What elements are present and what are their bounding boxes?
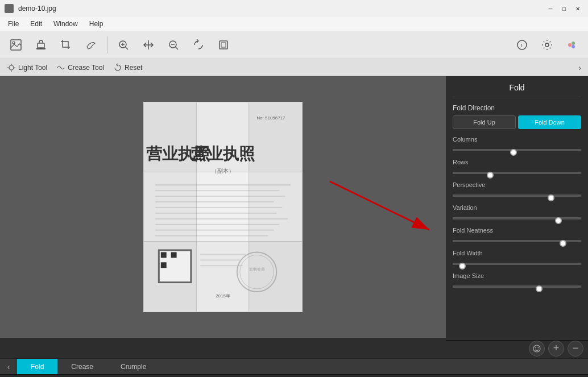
canvas-area[interactable]: 营业执照 营业执照 （副本） No: 51056717 <box>0 76 446 338</box>
light-tool[interactable]: Light Tool <box>7 63 47 72</box>
app-icon <box>5 4 14 13</box>
move-button[interactable] <box>137 34 160 56</box>
svg-point-18 <box>572 42 575 45</box>
variation-slider[interactable] <box>453 217 581 219</box>
menu-help[interactable]: Help <box>84 19 109 29</box>
svg-point-20 <box>9 65 14 70</box>
zoom-out-button[interactable] <box>162 34 185 56</box>
expand-button[interactable]: › <box>578 63 581 72</box>
menubar: File Edit Window Help <box>0 17 588 31</box>
menu-edit[interactable]: Edit <box>24 19 48 29</box>
svg-point-64 <box>538 347 539 348</box>
crease-tool[interactable]: Crease Tool <box>56 63 104 72</box>
svg-rect-51 <box>171 252 177 258</box>
fold-direction-section: Fold Direction Fold Up Fold Down <box>453 104 581 129</box>
restore-button[interactable]: □ <box>558 3 570 14</box>
rotate-button[interactable] <box>187 34 210 56</box>
rows-slider[interactable] <box>453 172 581 174</box>
svg-rect-44 <box>155 218 288 219</box>
image-size-label: Image Size <box>453 272 581 279</box>
fold-up-button[interactable]: Fold Up <box>453 115 516 129</box>
svg-rect-13 <box>221 43 226 47</box>
svg-rect-46 <box>155 230 274 231</box>
svg-rect-42 <box>155 207 282 208</box>
perspective-slider[interactable] <box>453 194 581 197</box>
fold-neatness-slider[interactable] <box>453 240 581 242</box>
close-button[interactable]: ✕ <box>572 3 583 14</box>
svg-text:营业执照: 营业执照 <box>191 145 255 163</box>
svg-point-19 <box>572 45 575 48</box>
svg-line-10 <box>176 47 179 49</box>
zoom-in-button[interactable] <box>112 34 135 56</box>
svg-text:2015年: 2015年 <box>216 293 230 299</box>
tab-crease[interactable]: Crease <box>57 359 107 375</box>
svg-rect-39 <box>155 190 279 191</box>
settings-button[interactable] <box>536 34 558 56</box>
minimize-button[interactable]: ─ <box>545 3 556 14</box>
remove-button[interactable]: − <box>568 341 583 357</box>
fold-width-slider[interactable] <box>453 263 581 265</box>
svg-point-63 <box>535 347 536 348</box>
svg-rect-2 <box>38 43 44 48</box>
columns-label: Columns <box>453 136 581 143</box>
menu-file[interactable]: File <box>2 19 24 29</box>
titlebar: demo-10.jpg ─ □ ✕ <box>0 0 588 17</box>
columns-slider[interactable] <box>453 149 581 151</box>
window-controls: ─ □ ✕ <box>545 3 583 14</box>
svg-point-4 <box>93 42 94 43</box>
tab-crumple[interactable]: Crumple <box>107 359 160 375</box>
fit-button[interactable] <box>212 34 235 56</box>
bottom-section: + − ‹ Fold Crease Crumple Fold 01 Fold 0… <box>0 338 588 377</box>
stamp-tool-button[interactable] <box>30 34 52 56</box>
svg-text:监制签章: 监制签章 <box>249 267 265 271</box>
svg-line-6 <box>126 47 129 49</box>
reset-tool[interactable]: Reset <box>113 63 142 72</box>
fold-down-button[interactable]: Fold Down <box>518 115 581 129</box>
svg-rect-57 <box>200 259 240 260</box>
svg-rect-56 <box>200 254 245 255</box>
svg-rect-41 <box>155 201 274 202</box>
columns-row: Columns <box>453 136 581 153</box>
svg-point-62 <box>533 345 540 352</box>
document-svg: 营业执照 营业执照 （副本） No: 51056717 <box>144 102 302 312</box>
document-image: 营业执照 营业执照 （副本） No: 51056717 <box>143 102 303 312</box>
svg-rect-0 <box>11 40 21 50</box>
tabs-chevron[interactable]: ‹ <box>0 359 17 375</box>
panel-actions: + − <box>446 340 588 357</box>
svg-point-1 <box>13 42 15 44</box>
svg-rect-50 <box>161 252 167 258</box>
svg-rect-3 <box>36 48 45 49</box>
light-tool-label: Light Tool <box>18 64 47 72</box>
image-tool-button[interactable] <box>5 34 27 56</box>
panel-title: Fold <box>453 83 581 97</box>
add-button[interactable]: + <box>548 341 564 357</box>
svg-text:（副本）: （副本） <box>212 168 234 174</box>
effects-button[interactable] <box>561 34 583 56</box>
main-area: 营业执照 营业执照 （副本） No: 51056717 <box>0 76 588 338</box>
svg-rect-43 <box>155 213 276 214</box>
tab-fold[interactable]: Fold <box>17 359 57 375</box>
toolbar: i <box>0 31 588 59</box>
svg-rect-58 <box>200 265 242 266</box>
svg-text:i: i <box>521 42 523 48</box>
menu-window[interactable]: Window <box>48 19 84 29</box>
rows-row: Rows <box>453 159 581 176</box>
right-panel: Fold Fold Direction Fold Up Fold Down Co… <box>446 76 588 338</box>
svg-rect-52 <box>161 262 167 268</box>
svg-point-16 <box>545 43 549 47</box>
crop-tool-button[interactable] <box>55 34 77 56</box>
reset-label: Reset <box>125 64 142 72</box>
smiley-button[interactable] <box>529 341 545 357</box>
fold-width-row: Fold Width <box>453 250 581 267</box>
svg-rect-45 <box>155 224 279 225</box>
window-title: demo-10.jpg <box>18 5 540 13</box>
image-size-slider[interactable] <box>453 285 581 288</box>
sliders-section: Columns Rows Perspective Variation Fold … <box>453 136 581 289</box>
info-button[interactable]: i <box>511 34 533 56</box>
svg-rect-12 <box>220 41 227 49</box>
svg-rect-40 <box>155 196 285 197</box>
bird-tool-button[interactable] <box>80 34 102 56</box>
bottom-tabs: ‹ Fold Crease Crumple <box>0 358 588 374</box>
perspective-row: Perspective <box>453 181 581 198</box>
fold-neatness-label: Fold Neatness <box>453 227 581 234</box>
